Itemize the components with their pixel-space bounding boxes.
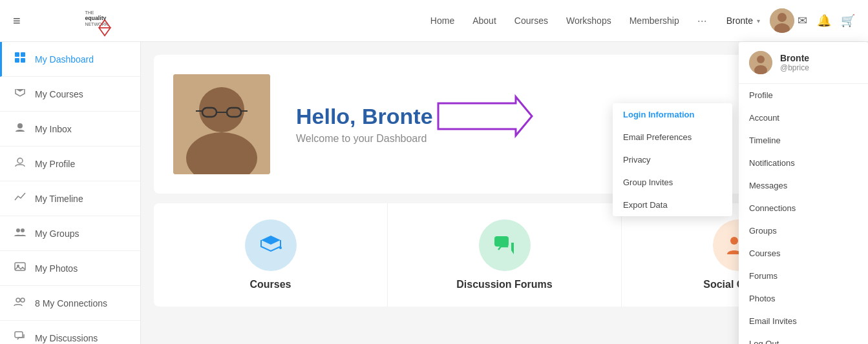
dropdown-export-data[interactable]: Export Data	[613, 194, 732, 216]
nav-username: Bronte	[726, 15, 753, 26]
nav-home[interactable]: Home	[430, 15, 454, 26]
dropdown-privacy[interactable]: Privacy	[613, 148, 732, 171]
svg-text:equality: equality	[85, 14, 106, 21]
svg-point-14	[17, 158, 23, 163]
svg-point-39	[757, 56, 765, 63]
dropdown-item-notifications[interactable]: Notifications	[739, 152, 868, 174]
sidebar-label-my-profile: My Profile	[35, 159, 75, 169]
dropdown-login-info[interactable]: Login Information	[613, 103, 732, 126]
nav-workshops[interactable]: Workshops	[566, 15, 611, 26]
discussion-forums-card[interactable]: Discussion Forums	[388, 203, 622, 307]
svg-point-19	[16, 298, 20, 302]
timeline-icon	[13, 190, 27, 207]
sidebar-item-my-timeline[interactable]: My Timeline	[0, 181, 140, 216]
sidebar-label-my-connections: 8 My Connections	[35, 298, 107, 309]
hamburger-menu[interactable]: ≡	[13, 14, 21, 28]
sidebar-label-my-groups: My Groups	[35, 228, 79, 239]
dropdown-item-log-out[interactable]: Log Out	[739, 332, 868, 344]
bell-icon[interactable]: 🔔	[817, 14, 831, 28]
profile-icon	[13, 156, 27, 172]
dropdown-item-connections[interactable]: Connections	[739, 197, 868, 219]
sidebar-label-my-photos: My Photos	[35, 263, 78, 274]
dropdown-item-photos[interactable]: Photos	[739, 287, 868, 310]
svg-rect-10	[21, 52, 25, 57]
svg-point-34	[279, 247, 282, 249]
dropdown-item-email-invites[interactable]: Email Invites	[739, 310, 868, 332]
courses-icon	[13, 86, 27, 102]
dropdown-item-profile[interactable]: Profile	[739, 84, 868, 106]
dropdown-item-timeline[interactable]: Timeline	[739, 129, 868, 152]
dropdown-handle: @bprice	[780, 63, 809, 72]
groups-icon	[13, 225, 27, 241]
dropdown-item-forums[interactable]: Forums	[739, 265, 868, 287]
site-logo[interactable]: THE equality NETWORK	[82, 3, 127, 39]
svg-marker-3	[99, 28, 111, 35]
svg-rect-17	[15, 263, 25, 270]
arrow-indicator	[432, 94, 535, 139]
sidebar-label-my-dashboard: My Dashboard	[35, 54, 94, 65]
svg-point-20	[21, 298, 25, 302]
nav-more-button[interactable]: ···	[697, 14, 707, 28]
svg-rect-11	[15, 58, 19, 63]
sidebar-label-my-inbox: My Inbox	[35, 124, 72, 134]
nav-membership[interactable]: Membership	[630, 15, 679, 26]
sidebar-item-my-profile[interactable]: My Profile	[0, 147, 140, 181]
dropdown-user-header: Bronte @bprice	[739, 42, 868, 84]
dropdown-email-prefs[interactable]: Email Preferences	[613, 126, 732, 148]
top-navigation: ≡ THE equality NETWORK Home About Course…	[0, 0, 868, 42]
sidebar-item-my-groups[interactable]: My Groups	[0, 216, 140, 251]
sidebar-item-my-inbox[interactable]: My Inbox	[0, 112, 140, 147]
svg-rect-12	[21, 58, 25, 63]
chevron-down-icon: ▾	[757, 17, 760, 25]
svg-rect-9	[15, 52, 19, 57]
dropdown-item-messages[interactable]: Messages	[739, 174, 868, 197]
mail-icon[interactable]: ✉	[798, 14, 807, 28]
sidebar-item-my-photos[interactable]: My Photos	[0, 251, 140, 286]
svg-point-16	[21, 228, 25, 232]
nav-courses[interactable]: Courses	[514, 15, 548, 26]
svg-rect-21	[15, 332, 23, 338]
connections-icon	[13, 295, 27, 311]
sidebar-label-my-courses: My Courses	[35, 89, 83, 99]
sidebar-item-my-connections[interactable]: 8 My Connections	[0, 286, 140, 321]
user-profile-photo	[173, 74, 270, 174]
user-dropdown-menu: Bronte @bprice Profile Account Timeline …	[739, 42, 868, 344]
svg-point-7	[778, 13, 787, 22]
dropdown-item-account[interactable]: Account	[739, 106, 868, 129]
forums-card-label: Discussion Forums	[456, 279, 552, 290]
cart-icon[interactable]: 🛒	[841, 14, 855, 28]
svg-point-36	[730, 237, 738, 245]
login-info-dropdown: Login Information Email Preferences Priv…	[613, 103, 732, 216]
nav-action-icons: ✉ 🔔 🛒	[798, 14, 855, 28]
user-menu-trigger[interactable]: Bronte ▾	[726, 15, 760, 26]
dropdown-avatar	[749, 51, 772, 74]
sidebar-label-my-discussions: My Discussions	[35, 333, 98, 343]
svg-point-15	[16, 228, 20, 232]
svg-marker-30	[438, 97, 532, 136]
svg-point-13	[17, 123, 23, 128]
dropdown-group-invites[interactable]: Group Invites	[613, 171, 732, 194]
sidebar-label-my-timeline: My Timeline	[35, 194, 83, 204]
discussions-icon	[13, 330, 27, 344]
svg-rect-35	[494, 236, 509, 247]
sidebar-item-my-dashboard[interactable]: My Dashboard	[0, 42, 140, 77]
svg-point-23	[199, 87, 244, 132]
inbox-icon	[13, 121, 27, 137]
nav-links: Home About Courses Workshops Membership …	[430, 14, 707, 28]
sidebar-item-my-discussions[interactable]: My Discussions	[0, 321, 140, 344]
courses-card-label: Courses	[249, 279, 291, 290]
photos-icon	[13, 260, 27, 276]
nav-user-avatar[interactable]	[770, 8, 794, 33]
svg-text:NETWORK: NETWORK	[85, 21, 108, 26]
dropdown-item-groups[interactable]: Groups	[739, 219, 868, 242]
courses-card-icon	[245, 219, 297, 271]
nav-about[interactable]: About	[472, 15, 496, 26]
dropdown-item-courses[interactable]: Courses	[739, 242, 868, 265]
dashboard-icon	[13, 51, 27, 67]
dropdown-username: Bronte	[780, 53, 809, 63]
sidebar-item-my-courses[interactable]: My Courses	[0, 77, 140, 112]
courses-card[interactable]: Courses	[154, 203, 388, 307]
forums-card-icon	[479, 219, 531, 271]
sidebar: My Dashboard My Courses My Inbox My Prof…	[0, 42, 141, 344]
